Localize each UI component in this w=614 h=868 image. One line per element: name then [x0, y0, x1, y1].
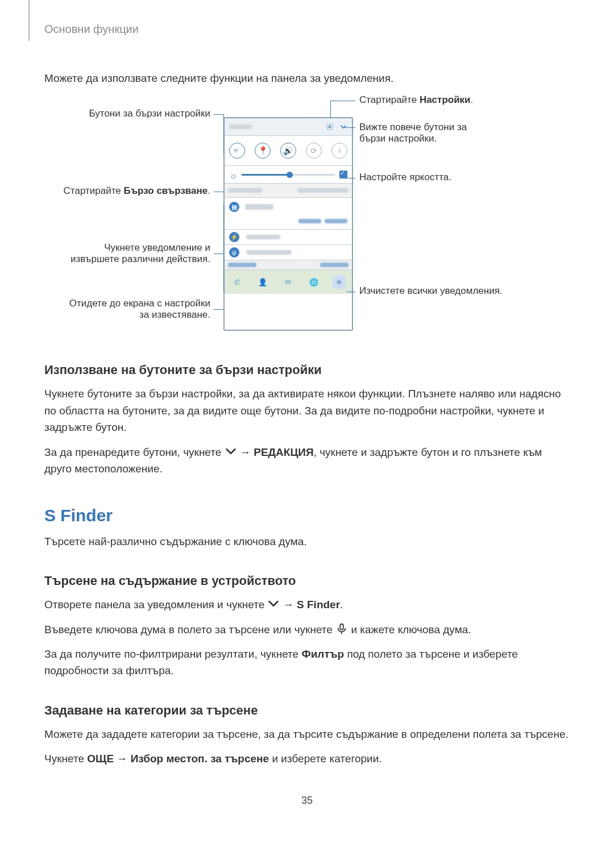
heading-quick-settings: Използване на бутоните за бързи настройк…: [44, 363, 570, 377]
decorative-side-rule: [28, 0, 30, 41]
notification-line-2: ψ: [225, 245, 352, 260]
noti-settings-bar: [225, 260, 352, 270]
notification-panel-diagram: ᯤ 📍 🔊 ⟳ ᚼ ☼ ▦: [63, 94, 551, 339]
brightness-row: ☼: [225, 166, 352, 184]
chevron-down-icon: [339, 123, 347, 131]
usb-icon: ψ: [229, 247, 239, 258]
messages-icon: ✉: [281, 275, 295, 289]
auto-brightness-checkbox: [339, 171, 347, 178]
ann-noti-settings: Отидете до екрана с настройки за известя…: [63, 298, 210, 321]
ann-quick-buttons: Бутони за бързи настройки: [63, 108, 210, 119]
svg-point-0: [329, 126, 331, 128]
running-header: Основни функции: [44, 23, 570, 36]
ann-tap-notification: Чукнете уведомление и извършете различни…: [63, 242, 210, 265]
ann-more-quick-buttons: Вижте повече бутони за бързи настройки.: [359, 122, 490, 144]
rotate-icon: ⟳: [306, 143, 322, 159]
wifi-icon: ᯤ: [229, 143, 245, 159]
ann-clear-all: Изчистете всички уведомления.: [359, 285, 503, 297]
para-sc-1: Отворете панела за уведомления и чукнете…: [44, 596, 570, 613]
notification-card-1: ▦: [225, 198, 352, 230]
svg-rect-1: [340, 624, 343, 629]
quick-connect-row: [225, 184, 352, 198]
para-cat-1: Можете да зададете категории за търсене,…: [44, 726, 570, 742]
status-row: [225, 118, 352, 136]
sound-icon: 🔊: [280, 143, 296, 159]
brightness-slider: [242, 174, 335, 176]
notification-line-1: ⚡: [225, 230, 352, 245]
para-cat-2: Чукнете ОЩЕ → Избор местоп. за търсене и…: [44, 750, 570, 767]
calendar-icon: ▦: [229, 202, 239, 212]
quick-settings-row: ᯤ 📍 🔊 ⟳ ᚼ: [225, 136, 352, 166]
para-sc-2: Въведете ключова дума в полето за търсен…: [44, 621, 570, 638]
heading-search-content: Търсене на съдържание в устройството: [44, 574, 570, 588]
apps-icon: ⁜: [333, 275, 346, 289]
ann-brightness: Настройте яркостта.: [359, 172, 451, 183]
para-qs-1: Чукнете бутоните за бързи настройки, за …: [44, 385, 570, 435]
dock-row: ✆ 👤 ✉ 🌐 ⁜: [225, 270, 352, 294]
para-sfinder-sub: Търсете най-различно съдържание с ключов…: [44, 533, 570, 550]
contacts-icon: 👤: [256, 275, 269, 289]
para-sc-3: За да получите по-филтрирани резултати, …: [44, 646, 570, 679]
microphone-icon: [335, 624, 348, 634]
gear-icon: [326, 123, 334, 131]
bluetooth-icon: ᚼ: [331, 143, 347, 159]
para-qs-2: За да пренаредите бутони, чукнете → РЕДА…: [44, 444, 570, 477]
browser-icon: 🌐: [307, 275, 321, 289]
chevron-down-icon: [225, 446, 237, 456]
phone-icon: ✆: [230, 275, 244, 289]
location-icon: 📍: [255, 143, 271, 159]
ann-quick-connect: Стартирайте Бързо свързване.: [63, 185, 210, 197]
bolt-icon: ⚡: [229, 232, 239, 242]
heading-s-finder: S Finder: [44, 506, 570, 525]
intro-paragraph: Можете да използвате следните функции на…: [44, 70, 570, 86]
heading-search-categories: Задаване на категории за търсене: [44, 703, 570, 718]
phone-mock: ᯤ 📍 🔊 ⟳ ᚼ ☼ ▦: [223, 117, 353, 331]
ann-launch-settings: Стартирайте Настройки.: [359, 94, 473, 106]
page-number: 35: [44, 795, 570, 807]
brightness-icon: ☼: [229, 171, 237, 178]
chevron-down-icon: [267, 599, 280, 609]
